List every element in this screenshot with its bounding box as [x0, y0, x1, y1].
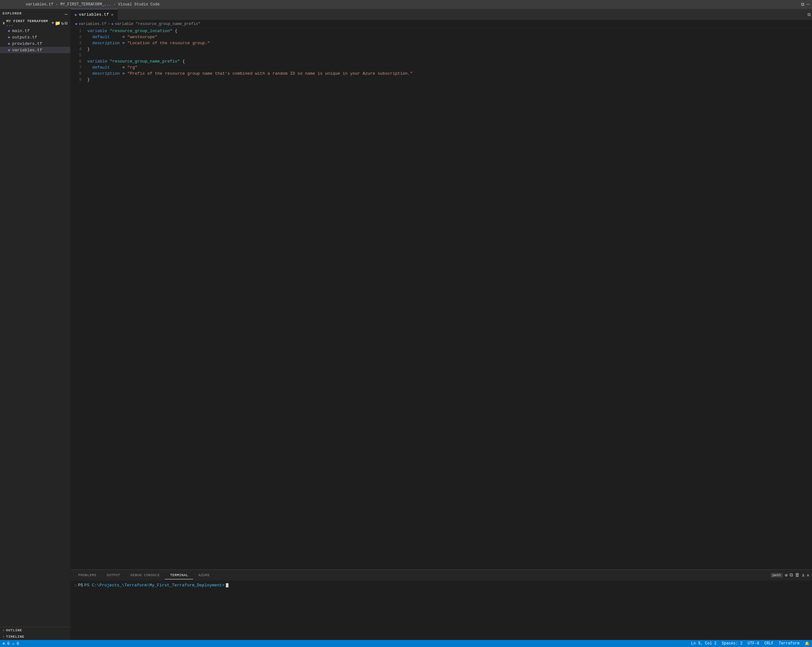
- new-terminal-icon[interactable]: ⊕: [785, 572, 788, 578]
- refresh-icon[interactable]: ↻: [61, 21, 64, 26]
- folder-section: ∨ MY FIRST TERRAFORM ... + 📁 ↻ ⊟ ◆ main.…: [0, 18, 70, 54]
- line-content-8: description = "Prefix of the resource gr…: [87, 70, 412, 77]
- file-item-main[interactable]: ◆ main.tf: [0, 27, 70, 34]
- line-num-2: 2: [70, 34, 87, 40]
- line-content-2: default = "westeurope": [87, 34, 157, 40]
- line-num-1: 1: [70, 28, 87, 34]
- maximize-panel-icon[interactable]: ∧: [802, 572, 804, 578]
- terraform-icon-providers: ◆: [8, 41, 10, 46]
- file-item-providers[interactable]: ◆ providers.tf: [0, 40, 70, 47]
- kill-terminal-icon[interactable]: 🗑: [795, 572, 800, 578]
- status-position[interactable]: Ln 9, Col 2: [691, 641, 716, 646]
- editor-area: ◆ variables.tf ✕ ⧉ ◆ variables.tf › ◈ va…: [70, 9, 812, 640]
- tab-output[interactable]: OUTPUT: [101, 571, 125, 579]
- file-name-main: main.tf: [12, 29, 30, 33]
- tab-bar: ◆ variables.tf ✕ ⧉: [70, 9, 812, 20]
- line-num-9: 9: [70, 77, 87, 83]
- collapse-all-icon[interactable]: ⊟: [65, 21, 68, 26]
- outline-section[interactable]: › OUTLINE: [0, 627, 70, 633]
- line-content-1: variable "resource_group_location" {: [87, 28, 177, 34]
- line-num-5: 5: [70, 52, 87, 58]
- timeline-section[interactable]: › TIMELINE: [0, 633, 70, 640]
- tab-debug-console[interactable]: DEBUG CONSOLE: [125, 571, 165, 579]
- code-line-3: 3 description = "Location of the resourc…: [70, 40, 812, 46]
- code-line-9: 9 }: [70, 77, 812, 83]
- split-editor-icon[interactable]: ⧉: [801, 2, 804, 7]
- status-encoding[interactable]: UTF-8: [748, 641, 759, 646]
- tab-close-icon[interactable]: ✕: [111, 12, 113, 17]
- tab-azure[interactable]: AZURE: [193, 571, 215, 579]
- terraform-icon-outputs: ◆: [8, 35, 10, 40]
- tab-terraform-icon: ◆: [75, 12, 77, 17]
- terminal-cursor: [226, 583, 229, 588]
- title-bar: variables.tf - MY_FIRST_TERRAFORM_... - …: [0, 0, 812, 9]
- outline-chevron-icon: ›: [3, 629, 5, 632]
- code-line-8: 8 description = "Prefix of the resource …: [70, 70, 812, 77]
- folder-title[interactable]: ∨ MY FIRST TERRAFORM ... + 📁 ↻ ⊟: [0, 18, 70, 27]
- breadcrumb: ◆ variables.tf › ◈ variable "resource_gr…: [70, 20, 812, 28]
- status-bar: ⊗ 0 ⚠ 0 Ln 9, Col 2 Spaces: 2 UTF-8 CRLF…: [0, 640, 812, 647]
- bottom-panel: PROBLEMS OUTPUT DEBUG CONSOLE TERMINAL A…: [70, 569, 812, 640]
- line-num-7: 7: [70, 64, 87, 70]
- terminal-circle-icon: ◌: [75, 583, 77, 588]
- tab-problems[interactable]: PROBLEMS: [73, 571, 101, 579]
- folder-name: MY FIRST TERRAFORM ...: [6, 19, 50, 27]
- panel-actions: pwsh ⊕ ⧉ 🗑 ∧ ✕: [771, 572, 810, 578]
- file-name-variables: variables.tf: [12, 48, 42, 53]
- terminal-ps-text: PS: [78, 583, 83, 588]
- timeline-chevron-icon: ›: [3, 635, 5, 639]
- tab-terminal[interactable]: TERMINAL: [165, 571, 193, 579]
- line-content-9: }: [87, 77, 90, 83]
- line-num-6: 6: [70, 58, 87, 64]
- new-folder-icon[interactable]: 📁: [55, 21, 61, 26]
- code-line-6: 6 variable "resource_group_name_prefix" …: [70, 58, 812, 64]
- code-line-4: 4 }: [70, 46, 812, 52]
- line-content-6: variable "resource_group_name_prefix" {: [87, 58, 185, 64]
- split-terminal-icon[interactable]: ⧉: [789, 572, 793, 578]
- breadcrumb-separator: ›: [108, 22, 110, 26]
- status-errors[interactable]: ⊗ 0: [3, 641, 10, 646]
- sidebar-bottom: › OUTLINE › TIMELINE: [0, 627, 70, 640]
- status-language[interactable]: Terraform: [778, 641, 800, 646]
- code-line-7: 7 default = "rg": [70, 64, 812, 70]
- explorer-header: EXPLORER …: [0, 9, 70, 18]
- file-item-outputs[interactable]: ◆ outputs.tf: [0, 34, 70, 40]
- terraform-icon-variables: ◆: [8, 47, 10, 53]
- outline-label: OUTLINE: [6, 629, 22, 632]
- breadcrumb-symbol[interactable]: variable "resource_group_name_prefix": [115, 22, 200, 26]
- status-right: Ln 9, Col 2 Spaces: 2 UTF-8 CRLF Terrafo…: [691, 641, 809, 646]
- line-num-3: 3: [70, 40, 87, 46]
- timeline-label: TIMELINE: [6, 635, 24, 639]
- status-warnings[interactable]: ⚠ 0: [12, 641, 19, 646]
- line-num-8: 8: [70, 70, 87, 77]
- status-notifications-icon[interactable]: 🔔: [804, 641, 809, 646]
- close-panel-icon[interactable]: ✕: [807, 572, 809, 578]
- file-name-providers: providers.tf: [12, 41, 42, 46]
- terminal-prompt: ◌ PS PS C:\Projects_\Terraform\My_First_…: [75, 583, 808, 588]
- sidebar: EXPLORER … ∨ MY FIRST TERRAFORM ... + 📁 …: [0, 9, 70, 640]
- explorer-header-icons: …: [65, 11, 68, 16]
- breadcrumb-file-icon: ◆: [75, 21, 77, 26]
- file-name-outputs: outputs.tf: [12, 35, 37, 40]
- new-file-icon[interactable]: +: [51, 21, 54, 26]
- file-item-variables[interactable]: ◆ variables.tf: [0, 47, 70, 53]
- code-line-1: 1 variable "resource_group_location" {: [70, 28, 812, 34]
- window-controls: ⧉ ─: [801, 2, 809, 7]
- split-layout-icon[interactable]: ⧉: [807, 12, 811, 17]
- folder-action-icons: + 📁 ↻ ⊟: [51, 21, 68, 26]
- status-spaces[interactable]: Spaces: 2: [722, 641, 743, 646]
- code-line-2: 2 default = "westeurope": [70, 34, 812, 40]
- tab-label: variables.tf: [79, 12, 109, 17]
- more-options-icon[interactable]: …: [65, 11, 68, 16]
- panel-tabs: PROBLEMS OUTPUT DEBUG CONSOLE TERMINAL A…: [70, 570, 812, 581]
- code-editor[interactable]: 1 variable "resource_group_location" { 2…: [70, 28, 812, 569]
- title-bar-text: variables.tf - MY_FIRST_TERRAFORM_... - …: [26, 2, 160, 7]
- breadcrumb-file[interactable]: variables.tf: [79, 22, 106, 26]
- tab-variables[interactable]: ◆ variables.tf ✕: [70, 9, 118, 20]
- code-line-5: 5: [70, 52, 812, 58]
- editor-layout-icons: ⧉: [807, 9, 811, 20]
- minimize-icon[interactable]: ─: [807, 2, 809, 7]
- status-line-ending[interactable]: CRLF: [764, 641, 774, 646]
- terminal-path: PS C:\Projects_\Terraform\My_First_Terra…: [84, 583, 224, 588]
- terminal-content[interactable]: ◌ PS PS C:\Projects_\Terraform\My_First_…: [70, 581, 812, 640]
